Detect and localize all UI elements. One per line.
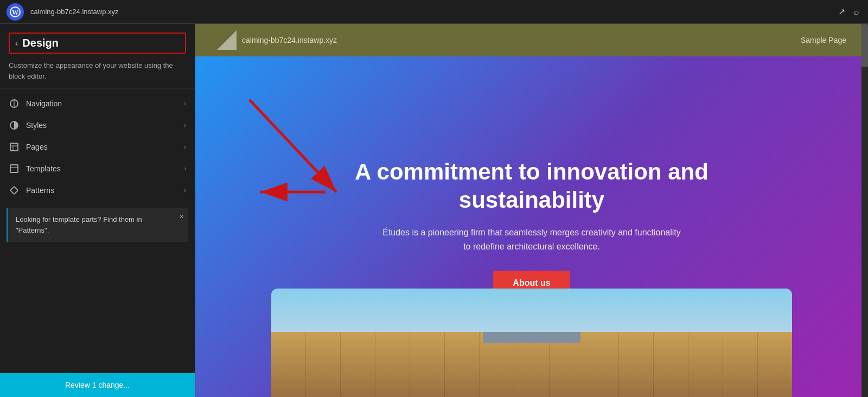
design-subtitle: Customize the appearance of your website… [9, 60, 186, 81]
diamond-icon [9, 185, 20, 196]
svg-marker-11 [217, 30, 237, 50]
svg-rect-10 [10, 187, 18, 194]
site-logo-placeholder [217, 30, 237, 50]
info-box-text: Looking for template parts? Find them in… [16, 214, 182, 235]
scrollbar-thumb[interactable] [861, 24, 868, 67]
svg-rect-8 [10, 165, 18, 172]
sidebar-item-pages[interactable]: Pages › [0, 136, 195, 158]
pages-icon [9, 142, 20, 152]
sidebar-header: ‹ Design Customize the appearance of you… [0, 24, 195, 88]
styles-label: Styles [26, 121, 177, 130]
topbar-site-url: calming-bb7c24.instawp.xyz [30, 8, 829, 16]
sidebar-item-templates[interactable]: Templates › [0, 158, 195, 180]
back-button[interactable]: ‹ [15, 39, 18, 48]
external-link-icon[interactable]: ↗ [836, 4, 847, 19]
design-title-row: ‹ Design [9, 33, 186, 54]
svg-rect-5 [10, 143, 18, 151]
sidebar-item-navigation[interactable]: Navigation › [0, 93, 195, 114]
navigation-label: Navigation [26, 99, 177, 108]
circle-icon [9, 98, 20, 109]
templates-icon [9, 163, 20, 174]
svg-text:W: W [12, 9, 18, 16]
hero-title: A commitment to innovation and sustainab… [342, 158, 722, 215]
site-logo-area: calming-bb7c24.instawp.xyz [217, 30, 337, 50]
review-changes-button[interactable]: Review 1 change... [0, 373, 195, 397]
preview-area: calming-bb7c24.instawp.xyz Sample Page A… [195, 24, 868, 397]
patterns-chevron: › [184, 187, 186, 194]
main-layout: ‹ Design Customize the appearance of you… [0, 24, 868, 397]
half-circle-icon [9, 120, 20, 131]
sidebar-item-styles[interactable]: Styles › [0, 114, 195, 136]
search-icon[interactable]: ⌕ [852, 5, 861, 19]
preview-site-url: calming-bb7c24.instawp.xyz [242, 36, 337, 44]
top-bar-icons: ↗ ⌕ [836, 4, 861, 19]
svg-line-13 [250, 100, 336, 192]
pages-chevron: › [184, 143, 186, 151]
building-image [271, 289, 792, 397]
template-parts-info-box: Looking for template parts? Find them in… [7, 208, 188, 242]
wp-logo[interactable]: W [7, 3, 24, 21]
preview-nav-link[interactable]: Sample Page [801, 36, 846, 44]
design-title: Design [22, 37, 59, 49]
patterns-label: Patterns [26, 186, 177, 195]
navigation-chevron: › [184, 100, 186, 107]
sidebar-nav: Navigation › Styles › Pages [0, 88, 195, 373]
templates-label: Templates [26, 164, 177, 173]
sidebar: ‹ Design Customize the appearance of you… [0, 24, 195, 397]
top-bar: W calming-bb7c24.instawp.xyz ↗ ⌕ [0, 0, 868, 24]
info-box-close-button[interactable]: × [180, 212, 184, 221]
hero-subtitle: Études is a pioneering firm that seamles… [380, 226, 684, 253]
pages-label: Pages [26, 143, 177, 151]
sidebar-item-patterns[interactable]: Patterns › [0, 180, 195, 201]
templates-chevron: › [184, 165, 186, 172]
site-preview-header: calming-bb7c24.instawp.xyz Sample Page [195, 24, 868, 56]
scrollbar-track[interactable] [861, 24, 868, 397]
styles-chevron: › [184, 121, 186, 129]
hero-section: A commitment to innovation and sustainab… [195, 56, 868, 397]
